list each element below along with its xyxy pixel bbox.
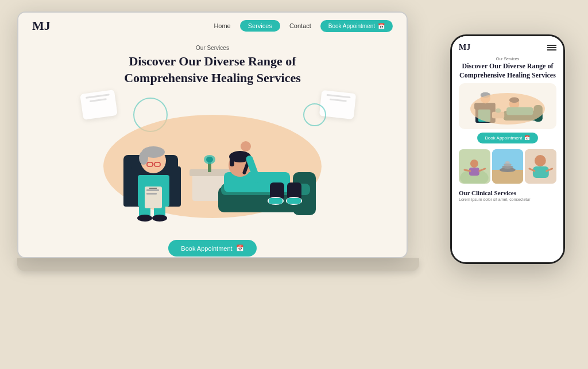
laptop-navbar: MJ Home Services Contact Book Appointmen… bbox=[18, 13, 407, 39]
phone-logo: MJ bbox=[459, 43, 470, 52]
hamburger-line-2 bbox=[547, 47, 556, 48]
laptop-book-appointment-button[interactable]: Book Appointment 📅 bbox=[320, 20, 393, 32]
phone-image-yoga bbox=[459, 149, 490, 184]
phone-clinical-section: Our Clinical Services Lorem ipsum dolor … bbox=[452, 186, 563, 205]
svg-rect-21 bbox=[146, 189, 159, 191]
calendar-icon: 📅 bbox=[378, 23, 385, 29]
scene: MJ Home Services Contact Book Appointmen… bbox=[0, 0, 588, 369]
svg-point-54 bbox=[470, 160, 478, 168]
phone-screen: MJ Our Services Discover Our Diverse Ran… bbox=[452, 36, 563, 262]
phone-body: MJ Our Services Discover Our Diverse Ran… bbox=[450, 34, 565, 264]
svg-point-65 bbox=[535, 155, 546, 166]
beach-scene-svg bbox=[492, 149, 524, 184]
phone-mockup: MJ Our Services Discover Our Diverse Ran… bbox=[450, 34, 565, 264]
phone-image-grid bbox=[452, 149, 563, 184]
laptop-base bbox=[17, 258, 419, 271]
laptop-hero: Our Services Discover Our Diverse Range … bbox=[18, 39, 407, 86]
phone-calendar-icon: 📅 bbox=[524, 135, 530, 141]
laptop-mockup: MJ Home Services Contact Book Appointmen… bbox=[17, 11, 419, 333]
yoga-scene-svg bbox=[459, 149, 490, 184]
hamburger-menu[interactable] bbox=[547, 45, 556, 51]
meditation-scene-svg bbox=[525, 149, 556, 184]
svg-point-4 bbox=[206, 157, 213, 162]
svg-rect-39 bbox=[287, 198, 301, 204]
svg-point-18 bbox=[137, 215, 152, 222]
svg-rect-30 bbox=[230, 155, 234, 166]
phone-image-meditation bbox=[525, 149, 556, 184]
laptop-logo: MJ bbox=[32, 18, 51, 33]
laptop-hero-title: Discover Our Diverse Range of Comprehens… bbox=[115, 53, 310, 86]
svg-rect-8 bbox=[172, 166, 181, 207]
svg-line-56 bbox=[465, 170, 470, 171]
laptop-nav-links: Home Services Contact Book Appointment 📅 bbox=[214, 20, 393, 32]
phone-hero-subtitle: Our Services bbox=[459, 57, 556, 61]
phone-illustration bbox=[459, 83, 556, 129]
laptop-hero-book-button[interactable]: Book Appointment 📅 bbox=[168, 240, 256, 257]
laptop-hero-subtitle: Our Services bbox=[41, 45, 384, 51]
phone-book-btn-container: Book Appointment 📅 bbox=[452, 129, 563, 147]
phone-section-title: Our Clinical Services bbox=[459, 189, 556, 196]
hamburger-line-1 bbox=[547, 45, 556, 46]
svg-rect-37 bbox=[269, 198, 283, 204]
hamburger-line-3 bbox=[547, 49, 556, 51]
phone-book-button[interactable]: Book Appointment 📅 bbox=[477, 133, 539, 143]
nav-link-contact[interactable]: Contact bbox=[289, 22, 311, 29]
laptop-book-btn-container: Book Appointment 📅 bbox=[18, 240, 407, 257]
laptop-screen-body: MJ Home Services Contact Book Appointmen… bbox=[17, 11, 408, 258]
phone-hero: Our Services Discover Our Diverse Range … bbox=[452, 56, 563, 83]
laptop-screen: MJ Home Services Contact Book Appointmen… bbox=[18, 13, 407, 257]
svg-point-19 bbox=[152, 215, 167, 222]
svg-point-62 bbox=[504, 164, 512, 166]
phone-section-desc: Lorem ipsum dolor sit amet, consectetur bbox=[459, 197, 556, 201]
phone-hero-title: Discover Our Diverse Range of Comprehens… bbox=[459, 62, 556, 80]
svg-rect-7 bbox=[123, 166, 132, 207]
calendar-icon-hero: 📅 bbox=[236, 244, 244, 252]
nav-link-home[interactable]: Home bbox=[214, 22, 230, 29]
phone-image-beach bbox=[492, 149, 524, 184]
svg-point-33 bbox=[241, 141, 251, 152]
svg-point-63 bbox=[505, 161, 510, 164]
svg-rect-22 bbox=[146, 193, 157, 195]
therapy-illustration bbox=[92, 98, 333, 224]
phone-navbar: MJ bbox=[452, 41, 563, 56]
nav-link-services[interactable]: Services bbox=[240, 20, 280, 32]
svg-rect-66 bbox=[533, 166, 549, 178]
phone-oval-bg bbox=[470, 93, 545, 125]
svg-point-12 bbox=[139, 151, 148, 165]
laptop-illustration bbox=[18, 86, 407, 235]
